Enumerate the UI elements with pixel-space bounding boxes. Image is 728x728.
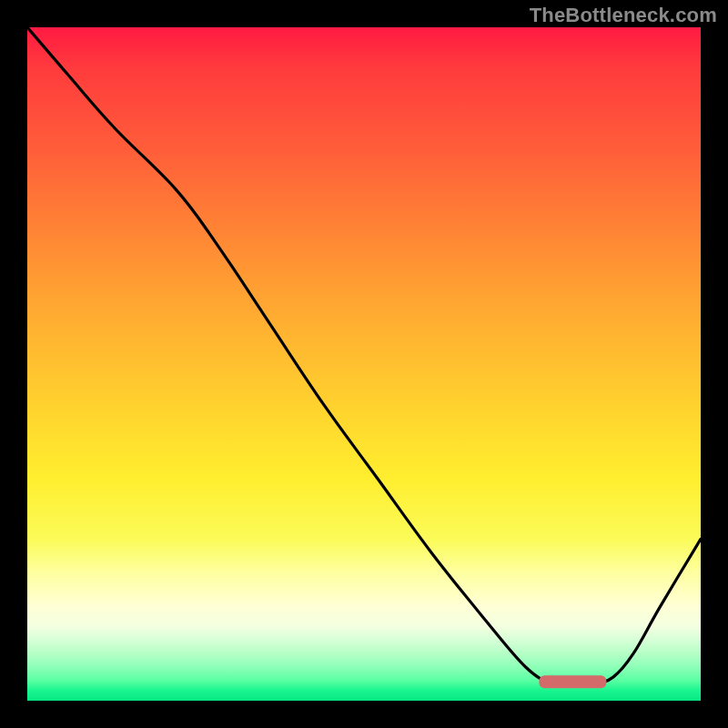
chart-overlay (27, 27, 701, 701)
bottleneck-curve (27, 27, 701, 685)
watermark-text: TheBottleneck.com (530, 4, 717, 27)
minimum-marker (539, 675, 606, 688)
chart-frame: TheBottleneck.com (0, 0, 728, 728)
plot-area (27, 27, 701, 701)
